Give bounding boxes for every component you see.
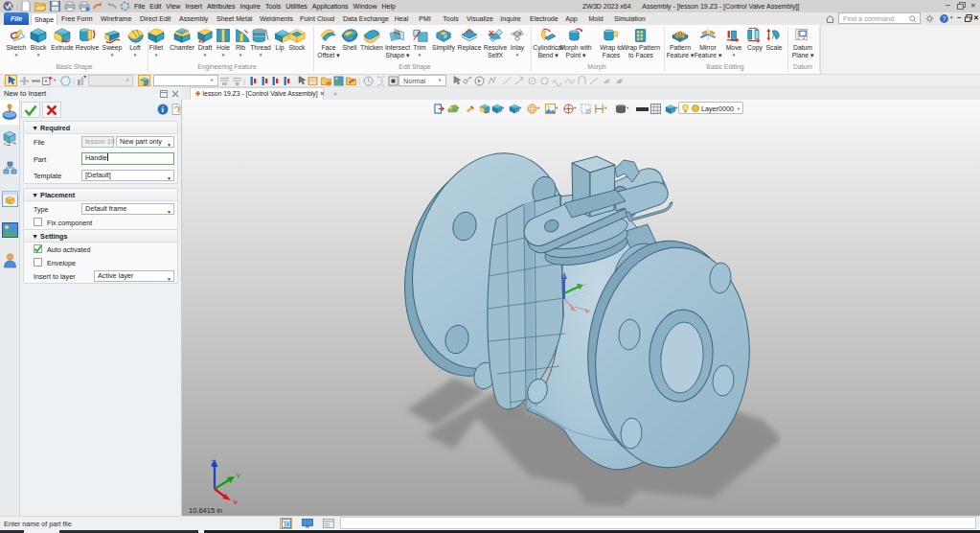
svg-text:Y: Y: [236, 472, 241, 480]
svg-text:?: ?: [943, 15, 946, 22]
svg-text:Z: Z: [211, 458, 216, 467]
svg-text:X: X: [233, 498, 239, 504]
